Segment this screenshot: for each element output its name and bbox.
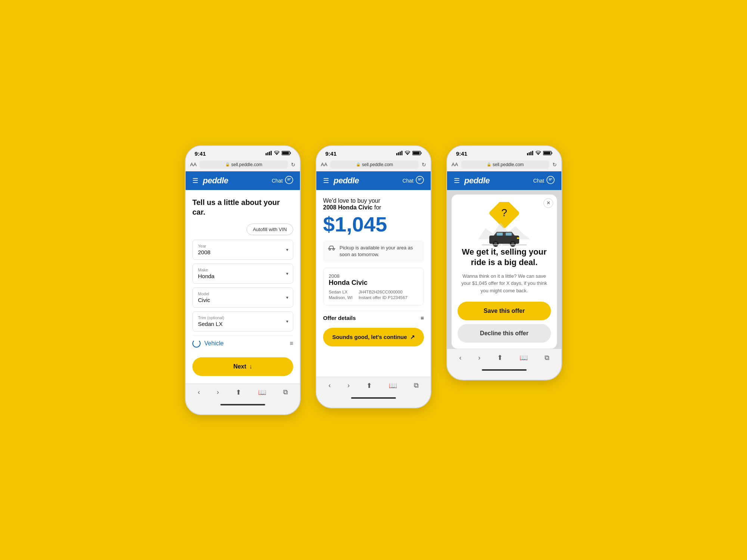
back-icon-3[interactable]: ‹ xyxy=(459,354,461,362)
signal-icon-2 xyxy=(396,151,403,156)
svg-rect-5 xyxy=(282,152,289,154)
svg-rect-12 xyxy=(413,152,420,154)
model-value: Civic xyxy=(198,297,210,303)
status-bar-2: 9:41 xyxy=(316,146,431,158)
chat-button-2[interactable]: Chat xyxy=(402,176,424,186)
car-year: 2008 xyxy=(329,273,418,279)
chat-button-3[interactable]: Chat xyxy=(533,176,555,186)
share-icon-1[interactable]: ⬆ xyxy=(236,388,241,396)
hamburger-icon-3[interactable]: ☰ xyxy=(454,177,460,185)
svg-rect-7 xyxy=(396,153,397,155)
forward-icon-2[interactable]: › xyxy=(347,382,350,389)
make-field[interactable]: Make Honda ▾ xyxy=(192,264,293,284)
pickup-row: Pickup is available in your area as soon… xyxy=(323,240,424,262)
signal-icon xyxy=(266,151,272,156)
svg-rect-21 xyxy=(544,152,551,154)
hamburger-icon-1[interactable]: ☰ xyxy=(192,177,198,185)
svg-rect-17 xyxy=(529,152,530,155)
refresh-icon-1[interactable]: ↻ xyxy=(291,162,295,168)
trim-value: Sedan LX xyxy=(198,321,223,327)
vehicle-label: Vehicle xyxy=(192,339,224,348)
offer-car-name: 2008 Honda Civic xyxy=(323,204,373,211)
svg-point-14 xyxy=(329,249,331,250)
modal-title: We get it, selling your ride is a big de… xyxy=(452,247,557,273)
illustration-svg: ? xyxy=(474,202,534,247)
chat-button-1[interactable]: Chat xyxy=(272,176,293,186)
trim-label: Trim (optional) xyxy=(198,315,288,320)
car-trim: Sedan LX xyxy=(329,290,353,294)
svg-rect-2 xyxy=(269,152,270,155)
tabs-icon-1[interactable]: ⧉ xyxy=(283,388,288,396)
trim-field[interactable]: Trim (optional) Sedan LX ▾ xyxy=(192,311,293,332)
modal-close-button[interactable]: ✕ xyxy=(543,198,553,208)
bookmark-icon-2[interactable]: 📖 xyxy=(389,382,397,390)
offer-details-row[interactable]: Offer details ≡ xyxy=(323,311,424,325)
modal-illustration: ? xyxy=(452,195,557,247)
browser-aa-3: AA xyxy=(452,162,458,167)
pickup-text: Pickup is available in your area as soon… xyxy=(340,245,419,258)
autofill-button[interactable]: Autofill with VIN xyxy=(247,224,293,235)
status-icons-1 xyxy=(266,151,291,156)
share-icon-3[interactable]: ⬆ xyxy=(497,354,503,362)
home-indicator-3 xyxy=(447,366,561,372)
offer-details-icon: ≡ xyxy=(421,315,424,321)
refresh-icon-2[interactable]: ↻ xyxy=(422,162,426,168)
back-icon-2[interactable]: ‹ xyxy=(328,382,331,389)
offer-content: We'd love to buy your 2008 Honda Civic f… xyxy=(316,190,431,377)
status-time-2: 9:41 xyxy=(325,150,337,157)
next-button[interactable]: Next ↓ xyxy=(192,357,293,376)
year-field[interactable]: Year 2008 ▾ xyxy=(192,240,293,260)
nav-bar-1: ☰ peddle Chat xyxy=(186,171,300,190)
forward-icon-3[interactable]: › xyxy=(478,354,480,362)
svg-rect-18 xyxy=(530,152,531,155)
year-chevron: ▾ xyxy=(286,247,288,252)
wifi-icon-2 xyxy=(405,151,410,156)
offer-details-label: Offer details xyxy=(323,315,356,321)
car-card: 2008 Honda Civic Sedan LX Madison, WI JH… xyxy=(323,268,424,305)
home-bar-3 xyxy=(482,369,527,371)
bottom-bar-2: ‹ › ⬆ 📖 ⧉ xyxy=(316,377,431,394)
modal-overlay: ✕ ? xyxy=(447,190,561,349)
car-col-right: JH4TB2H26CC000000 Instant offer ID P1234… xyxy=(359,290,407,300)
nav-left-3: ☰ peddle xyxy=(454,176,490,186)
sounds-good-button[interactable]: Sounds good, let's continue ↗ xyxy=(323,328,424,346)
browser-url-3[interactable]: 🔒 sell.peddle.com xyxy=(461,161,549,169)
tabs-icon-3[interactable]: ⧉ xyxy=(545,354,549,362)
forward-icon-1[interactable]: › xyxy=(217,388,219,396)
refresh-icon-3[interactable]: ↻ xyxy=(552,162,557,168)
status-icons-2 xyxy=(396,151,422,156)
tabs-icon-2[interactable]: ⧉ xyxy=(414,382,419,389)
home-indicator-2 xyxy=(316,394,431,400)
form-content: Tell us a little about your car. Autofil… xyxy=(186,190,300,383)
browser-bar-3: AA 🔒 sell.peddle.com ↻ xyxy=(447,158,561,171)
svg-rect-26 xyxy=(497,233,503,236)
chat-icon-3 xyxy=(546,176,555,186)
battery-icon-3 xyxy=(543,151,552,156)
bookmark-icon-1[interactable]: 📖 xyxy=(258,388,266,396)
model-field[interactable]: Model Civic ▾ xyxy=(192,287,293,308)
car-details: Sedan LX Madison, WI JH4TB2H26CC000000 I… xyxy=(329,290,418,300)
svg-rect-16 xyxy=(527,153,528,155)
bookmark-icon-3[interactable]: 📖 xyxy=(520,354,528,362)
nav-logo-2: peddle xyxy=(334,176,359,186)
car-col-left: Sedan LX Madison, WI xyxy=(329,290,353,300)
browser-aa-2: AA xyxy=(321,162,327,167)
browser-url-1[interactable]: 🔒 sell.peddle.com xyxy=(199,161,288,169)
phones-container: 9:41 AA 🔒 sell.peddle.com ↻ xyxy=(185,145,562,415)
decline-offer-button[interactable]: Decline this offer xyxy=(458,324,551,343)
share-icon-2[interactable]: ⬆ xyxy=(366,382,372,390)
nav-left-1: ☰ peddle xyxy=(192,176,228,186)
back-icon-1[interactable]: ‹ xyxy=(198,388,200,396)
svg-rect-32 xyxy=(517,237,519,239)
offer-intro: We'd love to buy your 2008 Honda Civic f… xyxy=(323,197,424,211)
loading-spinner xyxy=(192,339,201,348)
pickup-icon xyxy=(328,245,336,253)
arrow-down-icon: ↓ xyxy=(249,363,252,370)
svg-rect-1 xyxy=(267,152,269,155)
lock-icon-2: 🔒 xyxy=(356,162,360,167)
browser-bar-1: AA 🔒 sell.peddle.com ↻ xyxy=(186,158,300,171)
hamburger-icon-2[interactable]: ☰ xyxy=(323,177,329,185)
save-offer-button[interactable]: Save this offer xyxy=(458,302,551,320)
phone-modal: 9:41 AA 🔒 sell.peddle.com ↻ xyxy=(446,145,562,381)
browser-url-2[interactable]: 🔒 sell.peddle.com xyxy=(330,161,419,169)
